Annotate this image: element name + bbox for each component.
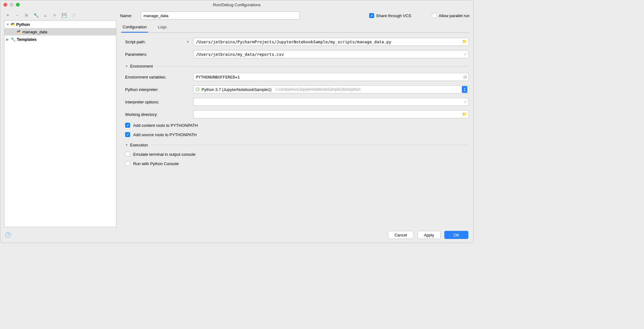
help-icon[interactable]: ? (5, 232, 11, 238)
env-vars-label: Environment variables: (125, 75, 166, 79)
config-tree[interactable]: ▼ Python manage_data ▶ 🔧 Templates (4, 20, 116, 227)
wrench-icon[interactable]: 🔧 (33, 13, 38, 18)
tab-logs[interactable]: Logs (157, 23, 168, 32)
configuration-form: Script path: ▼ 📁 Parameters: ⤢ (120, 36, 470, 166)
move-down-icon: ▼ (52, 13, 57, 18)
move-up-icon: ▲ (43, 13, 48, 18)
save-icon: 💾 (61, 13, 66, 18)
emulate-terminal-checkbox[interactable] (125, 152, 130, 157)
titlebar: Run/Debug Configurations (0, 0, 473, 9)
tab-configuration[interactable]: Configuration (121, 23, 148, 33)
disclosure-triangle-icon[interactable]: ▶ (6, 38, 9, 41)
run-python-console-checkbox[interactable] (125, 161, 130, 166)
svg-point-0 (196, 88, 199, 91)
add-source-roots-checkbox[interactable] (125, 132, 130, 137)
add-content-roots-label: Add content roots to PYTHONPATH (133, 123, 198, 128)
sort-icon: ↓ª (71, 13, 76, 18)
name-input[interactable] (141, 12, 300, 20)
run-debug-config-window: Run/Debug Configurations ＋ － ⎘ 🔧 ▲ ▼ 💾 ↓… (0, 0, 474, 243)
body: ＋ － ⎘ 🔧 ▲ ▼ 💾 ↓ª ▼ Python (0, 9, 473, 227)
share-vcs-row[interactable]: Share through VCS (369, 13, 411, 18)
tree-label: manage_data (22, 30, 47, 34)
working-dir-input[interactable] (193, 110, 469, 118)
script-path-row: Script path: ▼ 📁 (125, 38, 469, 46)
tree-node-manage-data[interactable]: manage_data (4, 28, 116, 36)
window-title: Run/Debug Configurations (0, 2, 473, 7)
script-path-label: Script path: (125, 40, 146, 44)
python-icon (17, 30, 21, 34)
environment-header-label: Environment (130, 64, 153, 69)
allow-parallel-label: Allow parallel run (439, 13, 470, 18)
add-source-roots-label: Add source roots to PYTHONPATH (133, 132, 197, 137)
disclosure-triangle-icon[interactable]: ▼ (125, 143, 128, 147)
interpreter-label: Python interpreter: (125, 87, 159, 92)
ok-button[interactable]: OK (444, 231, 468, 239)
add-content-roots-row[interactable]: Add content roots to PYTHONPATH (125, 123, 469, 128)
interpreter-select[interactable]: Python 3.7 (JupyterNotebookSample1) ~/.c… (193, 85, 469, 93)
interpreter-options-label: Interpreter options: (125, 100, 159, 104)
select-stepper-icon[interactable]: ▲▼ (462, 86, 467, 93)
interpreter-row: Python interpreter: Python 3.7 (JupyterN… (125, 85, 469, 93)
env-vars-input[interactable] (193, 73, 469, 81)
remove-icon[interactable]: － (15, 13, 20, 18)
name-row: Name: Share through VCS Allow parallel r… (120, 12, 470, 20)
working-dir-row: Working directory: 📁 (125, 110, 469, 118)
main-panel: Name: Share through VCS Allow parallel r… (120, 12, 470, 227)
emulate-terminal-row[interactable]: Emulate terminal in output console (125, 152, 469, 157)
add-content-roots-checkbox[interactable] (125, 123, 130, 128)
disclosure-triangle-icon[interactable]: ▼ (125, 64, 128, 68)
sidebar: ＋ － ⎘ 🔧 ▲ ▼ 💾 ↓ª ▼ Python (4, 12, 116, 227)
chevron-down-icon[interactable]: ▼ (186, 40, 189, 44)
share-vcs-label: Share through VCS (376, 13, 411, 18)
allow-parallel-row[interactable]: Allow parallel run (432, 13, 470, 18)
expand-icon[interactable]: ⤢ (464, 52, 467, 56)
divider (157, 66, 469, 66)
working-dir-label: Working directory: (125, 112, 158, 117)
disclosure-triangle-icon[interactable]: ▼ (6, 23, 9, 26)
emulate-terminal-label: Emulate terminal in output console (133, 152, 195, 157)
execution-section-header[interactable]: ▼ Execution (125, 143, 469, 147)
interpreter-hint: ~/.conda/envs/JupyterNotebookSample1/bin… (275, 87, 460, 92)
tabs: Configuration Logs (120, 23, 470, 33)
add-icon[interactable]: ＋ (5, 13, 10, 18)
cancel-button[interactable]: Cancel (388, 231, 413, 239)
parameters-input[interactable] (193, 50, 469, 58)
parameters-label: Parameters: (125, 52, 147, 57)
tree-label: Templates (17, 37, 37, 42)
interpreter-value: Python 3.7 (JupyterNotebookSample1) (202, 87, 271, 92)
parameters-row: Parameters: ⤢ (125, 50, 469, 58)
toolbar: ＋ － ⎘ 🔧 ▲ ▼ 💾 ↓ª (4, 12, 116, 20)
list-icon[interactable]: ▤ (463, 74, 467, 79)
add-source-roots-row[interactable]: Add source roots to PYTHONPATH (125, 132, 469, 137)
expand-icon[interactable]: ⤢ (464, 99, 467, 104)
tree-node-python[interactable]: ▼ Python (4, 21, 116, 28)
tree-node-templates[interactable]: ▶ 🔧 Templates (4, 36, 116, 43)
folder-icon[interactable]: 📁 (462, 39, 467, 44)
wrench-icon: 🔧 (11, 37, 16, 42)
copy-icon[interactable]: ⎘ (24, 13, 29, 18)
environment-section-header[interactable]: ▼ Environment (125, 64, 469, 69)
tree-label: Python (16, 22, 30, 27)
script-path-input[interactable] (193, 38, 469, 46)
run-python-console-row[interactable]: Run with Python Console (125, 161, 469, 166)
folder-icon[interactable]: 📁 (462, 112, 467, 117)
interpreter-options-input[interactable] (193, 98, 469, 106)
env-vars-row: Environment variables: ▤ (125, 73, 469, 81)
divider (152, 145, 469, 145)
allow-parallel-checkbox[interactable] (432, 13, 437, 18)
name-label: Name: (120, 13, 135, 18)
python-icon (11, 22, 15, 26)
interpreter-options-row: Interpreter options: ⤢ (125, 98, 469, 106)
conda-icon (195, 87, 200, 92)
share-vcs-checkbox[interactable] (369, 13, 374, 18)
footer: ? Cancel Apply OK (0, 227, 473, 243)
execution-header-label: Execution (130, 143, 148, 147)
run-python-console-label: Run with Python Console (133, 161, 179, 166)
apply-button[interactable]: Apply (417, 231, 441, 239)
